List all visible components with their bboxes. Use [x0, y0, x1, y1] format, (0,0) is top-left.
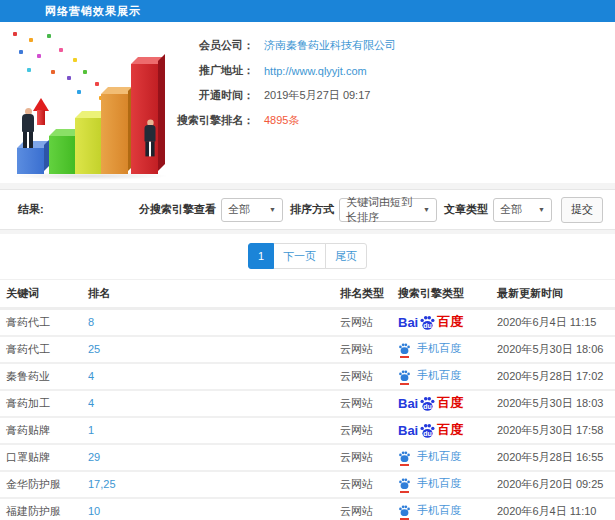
baidu-mobile-logo: 手机百度: [398, 368, 461, 383]
keyword-cell: 秦鲁药业: [0, 363, 88, 390]
chart-bar-blue: [17, 148, 44, 174]
baidu-mobile-logo: 手机百度: [398, 341, 461, 356]
sort-filter-label: 排序方式: [290, 202, 334, 217]
updated-cell: 2020年5月28日 17:02: [497, 363, 615, 390]
baidu-paw-icon: du: [419, 314, 436, 331]
updated-cell: 2020年5月30日 17:58: [497, 417, 615, 444]
baidu-mobile-logo: 手机百度: [398, 476, 461, 491]
sort-select[interactable]: 关键词由短到长排序 ▼: [339, 198, 437, 222]
baidu-paw-icon: [398, 369, 411, 382]
info-label: 会员公司：: [158, 38, 254, 53]
col-header-keyword: 关键词: [0, 280, 88, 309]
table-row: 膏药代工25云网站手机百度2020年5月30日 18:06: [0, 336, 615, 363]
sort-select-value: 关键词由短到长排序: [346, 195, 419, 225]
baidu-paw-icon: [398, 342, 411, 355]
chevron-down-icon: ▼: [269, 206, 276, 213]
rank-cell: 4: [88, 390, 340, 417]
info-value: 2019年5月27日 09:17: [264, 88, 370, 103]
keyword-cell: 福建防护服: [0, 498, 88, 520]
chevron-down-icon: ▼: [538, 206, 545, 213]
table-row: 金华防护服17,25云网站手机百度2020年6月20日 09:25: [0, 471, 615, 498]
results-panel: 1 下一页 尾页 关键词 排名 排名类型 搜索引擎类型 最新更新时间 膏药代工8…: [0, 234, 615, 520]
rank-link[interactable]: 10: [88, 505, 100, 517]
rank-cell: 17,25: [88, 471, 340, 498]
chart-bar-yellow: [75, 118, 101, 174]
table-row: 膏药代工8云网站Baidu百度2020年6月4日 11:15: [0, 309, 615, 336]
article-select[interactable]: 全部 ▼: [493, 198, 552, 222]
businessman-figure-left: [20, 108, 36, 148]
keyword-cell: 口罩贴牌: [0, 444, 88, 471]
rank-type-cell: 云网站: [340, 498, 398, 520]
company-info: 会员公司：济南秦鲁药业科技有限公司推广地址：http://www.qlyyjt.…: [158, 33, 396, 133]
baidu-paw-icon: du: [419, 422, 436, 439]
engine-cell: 手机百度: [398, 444, 497, 471]
filter-controls: 分搜索引擎查看 全部 ▼ 排序方式 关键词由短到长排序 ▼ 文章类型 全部 ▼ …: [137, 197, 603, 223]
header-bar: 网络营销效果展示: [0, 0, 615, 22]
info-label: 推广地址：: [158, 63, 254, 78]
last-page-button[interactable]: 尾页: [325, 243, 367, 269]
info-value[interactable]: http://www.qlyyjt.com: [264, 65, 367, 77]
rank-type-cell: 云网站: [340, 390, 398, 417]
rank-link[interactable]: 4: [88, 370, 94, 382]
rank-cell: 1: [88, 417, 340, 444]
engine-select-value: 全部: [228, 202, 250, 217]
updated-cell: 2020年6月4日 11:10: [497, 498, 615, 520]
col-header-engine-type: 搜索引擎类型: [398, 280, 497, 309]
info-label: 搜索引擎排名：: [158, 113, 254, 128]
col-header-rank: 排名: [88, 280, 340, 309]
rank-type-cell: 云网站: [340, 309, 398, 336]
keyword-cell: 膏药加工: [0, 390, 88, 417]
info-value: 4895条: [264, 113, 299, 128]
table-row: 膏药贴牌1云网站Baidu百度2020年5月30日 17:58: [0, 417, 615, 444]
rank-link[interactable]: 8: [88, 316, 94, 328]
page-1-button[interactable]: 1: [248, 243, 274, 269]
summary-panel: 会员公司：济南秦鲁药业科技有限公司推广地址：http://www.qlyyjt.…: [0, 22, 615, 183]
keyword-cell: 膏药代工: [0, 309, 88, 336]
table-row: 口罩贴牌29云网站手机百度2020年5月28日 16:55: [0, 444, 615, 471]
rank-cell: 10: [88, 498, 340, 520]
rank-link[interactable]: 25: [88, 343, 100, 355]
info-value[interactable]: 济南秦鲁药业科技有限公司: [264, 38, 396, 53]
rank-link[interactable]: 17,25: [88, 478, 116, 490]
baidu-mobile-logo: 手机百度: [398, 449, 461, 464]
updated-cell: 2020年5月30日 18:03: [497, 390, 615, 417]
engine-cell: 手机百度: [398, 363, 497, 390]
table-row: 膏药加工4云网站Baidu百度2020年5月30日 18:03: [0, 390, 615, 417]
engine-cell: 手机百度: [398, 471, 497, 498]
info-row: 会员公司：济南秦鲁药业科技有限公司: [158, 33, 396, 58]
col-header-updated: 最新更新时间: [497, 280, 615, 309]
baidu-paw-icon: [398, 477, 411, 490]
engine-cell: Baidu百度: [398, 390, 497, 417]
article-filter-label: 文章类型: [444, 202, 488, 217]
updated-cell: 2020年6月20日 09:25: [497, 471, 615, 498]
rank-link[interactable]: 4: [88, 397, 94, 409]
rank-link[interactable]: 29: [88, 451, 100, 463]
baidu-pc-logo: Baidu百度: [398, 313, 463, 331]
bar-chart-illustration: [5, 30, 175, 180]
submit-button[interactable]: 提交: [561, 197, 603, 223]
engine-cell: 手机百度: [398, 498, 497, 520]
updated-cell: 2020年6月4日 11:15: [497, 309, 615, 336]
rank-cell: 4: [88, 363, 340, 390]
next-page-button[interactable]: 下一页: [273, 243, 326, 269]
keyword-ranking-table: 关键词 排名 排名类型 搜索引擎类型 最新更新时间 膏药代工8云网站Baidu百…: [0, 279, 615, 520]
table-header-row: 关键词 排名 排名类型 搜索引擎类型 最新更新时间: [0, 280, 615, 309]
info-label: 开通时间：: [158, 88, 254, 103]
article-select-value: 全部: [500, 202, 522, 217]
rank-cell: 8: [88, 309, 340, 336]
page-title: 网络营销效果展示: [45, 5, 141, 17]
baidu-pc-logo: Baidu百度: [398, 421, 463, 439]
engine-cell: Baidu百度: [398, 309, 497, 336]
baidu-paw-icon: [398, 504, 411, 517]
info-row: 搜索引擎排名：4895条: [158, 108, 396, 133]
rank-type-cell: 云网站: [340, 417, 398, 444]
chart-bar-green: [49, 136, 75, 174]
chevron-down-icon: ▼: [423, 206, 430, 213]
rank-type-cell: 云网站: [340, 363, 398, 390]
rank-link[interactable]: 1: [88, 424, 94, 436]
info-row: 开通时间：2019年5月27日 09:17: [158, 83, 396, 108]
engine-cell: Baidu百度: [398, 417, 497, 444]
engine-select[interactable]: 全部 ▼: [221, 198, 283, 222]
chart-bar-orange: [101, 94, 128, 174]
baidu-paw-icon: du: [419, 395, 436, 412]
